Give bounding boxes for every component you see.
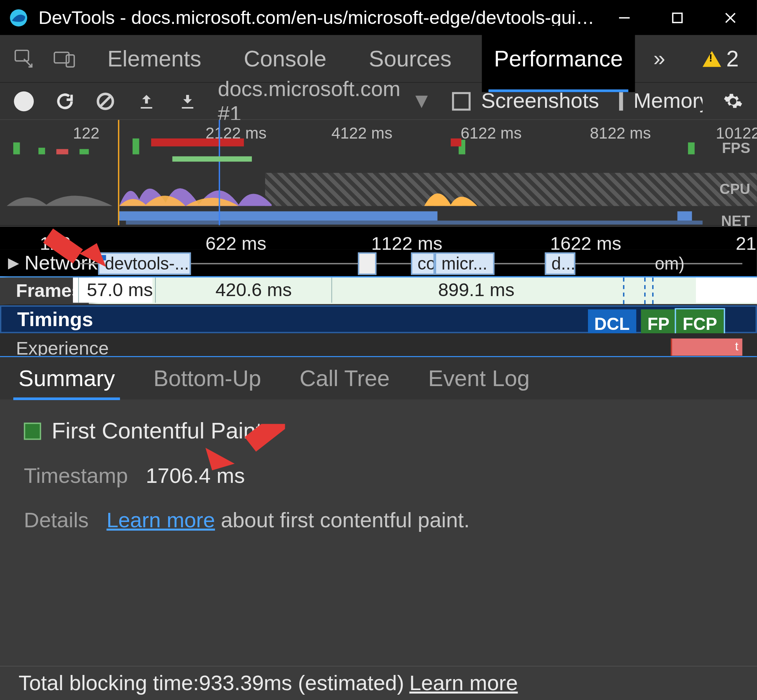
- details-tabs: Summary Bottom-Up Call Tree Event Log: [0, 356, 757, 399]
- network-request[interactable]: d...: [545, 252, 575, 275]
- flame-ruler[interactable]: 122 622 ms 1122 ms 1622 ms 21: [0, 226, 757, 250]
- annotation-arrow: [205, 424, 285, 484]
- frame-val: 899.1 ms: [438, 279, 514, 301]
- selection-start[interactable]: [118, 120, 119, 225]
- experience-badge[interactable]: t: [671, 339, 742, 356]
- fps-label: FPS: [722, 140, 751, 157]
- svg-line-10: [101, 96, 111, 106]
- tab-summary[interactable]: Summary: [13, 348, 120, 408]
- tbt-value: 933.39ms (estimated): [199, 671, 404, 696]
- exp-text: t: [735, 340, 738, 354]
- fps-red: [451, 139, 461, 147]
- tbt-learn-more-link[interactable]: Learn more: [409, 671, 518, 696]
- network-request[interactable]: micr...: [435, 252, 495, 275]
- expand-icon[interactable]: ▶: [8, 254, 19, 271]
- tab-console[interactable]: Console: [232, 25, 338, 92]
- app-icon: [8, 7, 29, 28]
- svg-rect-2: [673, 13, 682, 22]
- frames-mini: [172, 156, 252, 162]
- capture-settings-icon[interactable]: [723, 88, 744, 114]
- frame-val: 420.6 ms: [215, 279, 292, 301]
- overview-timeline[interactable]: 122 2122 ms 4122 ms 6122 ms 8122 ms 1012…: [0, 120, 757, 226]
- cpu-area-small: [6, 180, 112, 206]
- cpu-label: CPU: [719, 181, 750, 198]
- tab-sources[interactable]: Sources: [357, 25, 463, 92]
- badge-text: FCP: [683, 314, 717, 334]
- tab-bottom-up[interactable]: Bottom-Up: [148, 348, 266, 408]
- record-button[interactable]: [13, 88, 34, 114]
- svg-rect-12: [43, 229, 83, 263]
- badge-text: DCL: [594, 314, 630, 334]
- dropdown-icon: ▼: [411, 89, 432, 114]
- inspect-icon[interactable]: [13, 41, 35, 76]
- warning-badge[interactable]: 2: [702, 46, 739, 71]
- metric-color-swatch: [24, 422, 41, 439]
- timings-track[interactable]: Timings DCL FP FCP: [0, 305, 757, 333]
- warning-count: 2: [726, 46, 739, 71]
- network-track[interactable]: ▶Network devtools-... co micr... d... om…: [0, 250, 757, 277]
- svg-rect-14: [245, 424, 285, 452]
- learn-more-link[interactable]: Learn more: [106, 508, 215, 532]
- screenshots-label: Screenshots: [481, 89, 599, 114]
- frame-segment: 420.6 ms: [155, 277, 327, 303]
- net-bar: [126, 221, 703, 224]
- net-bar: [677, 211, 692, 221]
- req-label: micr...: [441, 253, 487, 274]
- device-toggle-icon[interactable]: [53, 41, 77, 76]
- net-bar: [119, 211, 438, 221]
- tab-performance[interactable]: Performance: [482, 25, 635, 92]
- timestamp-label: Timestamp: [24, 464, 128, 488]
- req-label: devtools-...: [105, 253, 189, 274]
- summary-panel: First Contentful Paint Timestamp 1706.4 …: [0, 399, 757, 651]
- memory-checkbox[interactable]: Memory: [619, 89, 703, 114]
- window-title: DevTools - docs.microsoft.com/en-us/micr…: [38, 7, 598, 28]
- svg-marker-13: [205, 448, 235, 470]
- warning-icon: [702, 50, 721, 66]
- cpu-spike: [424, 178, 477, 206]
- memory-label: Memory: [634, 89, 703, 114]
- network-request[interactable]: devtools-...: [98, 252, 191, 275]
- req-label: d...: [552, 253, 575, 274]
- fps-bars: [0, 139, 757, 155]
- frame-segment: 57.0 ms: [78, 277, 153, 303]
- timings-label: Timings: [17, 308, 93, 330]
- more-tabs-icon[interactable]: »: [653, 41, 665, 76]
- annotation-arrow: [33, 215, 106, 268]
- tab-call-tree[interactable]: Call Tree: [294, 348, 395, 408]
- svg-rect-5: [15, 50, 28, 61]
- network-request[interactable]: om): [650, 252, 689, 275]
- screenshots-checkbox[interactable]: Screenshots: [452, 89, 599, 114]
- selection-end[interactable]: [219, 120, 220, 225]
- req-label: co: [417, 253, 435, 274]
- details-tail: about first contentful paint.: [215, 508, 469, 532]
- maximize-button[interactable]: [651, 0, 704, 35]
- close-button[interactable]: [704, 0, 757, 35]
- badge-text: FP: [647, 314, 669, 334]
- tab-event-log[interactable]: Event Log: [423, 348, 535, 408]
- reload-button[interactable]: [54, 88, 75, 114]
- tbt-label: Total blocking time:: [19, 671, 199, 696]
- cpu-area: [119, 173, 272, 206]
- frames-track[interactable]: Frames 57.0 ms 420.6 ms 899.1 ms: [0, 277, 757, 305]
- svg-marker-11: [79, 243, 106, 267]
- fps-red: [151, 139, 244, 147]
- cpu-hatch: [265, 173, 757, 206]
- network-request[interactable]: co: [411, 252, 435, 275]
- svg-rect-7: [66, 55, 74, 66]
- network-request[interactable]: [358, 252, 376, 275]
- footer-bar: Total blocking time: 933.39ms (estimated…: [0, 666, 757, 700]
- details-label: Details: [24, 508, 89, 532]
- main-tabstrip: Elements Console Sources Performance » 2…: [0, 35, 757, 83]
- tab-elements[interactable]: Elements: [95, 25, 213, 92]
- frame-segment: 899.1 ms: [332, 277, 689, 303]
- req-label: om): [655, 253, 684, 274]
